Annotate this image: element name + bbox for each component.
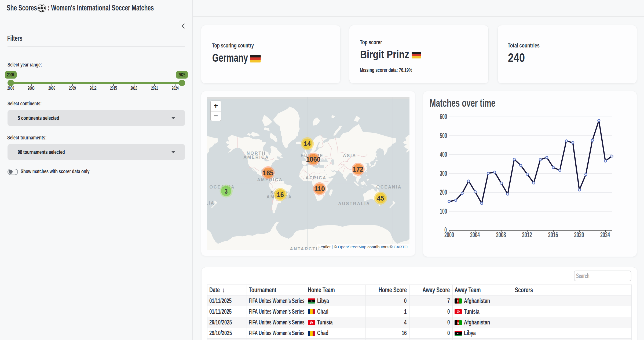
svg-text:16: 16 (277, 191, 284, 199)
svg-text:AUSTRALIA: AUSTRALIA (338, 201, 370, 206)
svg-text:AUSTRALIA: AUSTRALIA (207, 201, 215, 205)
svg-text:3: 3 (225, 187, 228, 195)
svg-text:14: 14 (304, 140, 311, 148)
svg-text:AMERICA: AMERICA (243, 155, 269, 160)
svg-text:165: 165 (263, 169, 273, 177)
